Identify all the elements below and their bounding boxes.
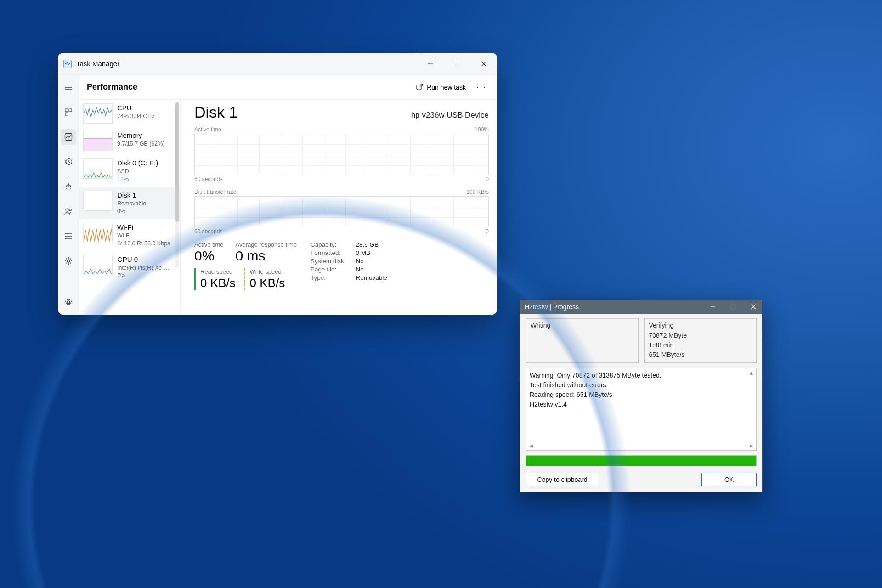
nav-rail xyxy=(58,75,79,315)
detail-pane: Disk 1 hp v236w USB Device Active time10… xyxy=(181,100,497,315)
svg-rect-7 xyxy=(65,109,68,112)
svg-rect-1 xyxy=(455,62,459,66)
scrollbar-thumb[interactable] xyxy=(175,102,179,222)
hamburger-icon[interactable] xyxy=(61,79,76,95)
log-textarea[interactable]: Warning: Only 70872 of 313875 MByte test… xyxy=(526,368,757,451)
list-item-label: CPU xyxy=(117,103,154,113)
writing-panel: Writing xyxy=(526,318,639,363)
more-button[interactable]: ··· xyxy=(473,82,490,92)
svg-point-16 xyxy=(69,209,71,211)
titlebar[interactable]: H2testw | Progress xyxy=(520,300,762,314)
list-item-disk1[interactable]: Disk 1Removable0% xyxy=(79,187,180,219)
progress-fill xyxy=(526,456,756,466)
stats-row: Active time 0% Average response time 0 m… xyxy=(194,241,489,290)
horizontal-scrollbar[interactable]: ◂ ▸ xyxy=(527,442,755,449)
titlebar[interactable]: Task Manager xyxy=(58,53,497,75)
run-task-icon xyxy=(416,84,423,91)
svg-point-15 xyxy=(66,209,68,211)
run-new-task-button[interactable]: Run new task xyxy=(412,82,469,93)
scroll-up-icon[interactable]: ▴ xyxy=(747,369,755,376)
svg-point-21 xyxy=(65,236,66,237)
window-title: Task Manager xyxy=(76,60,119,68)
minimize-button[interactable] xyxy=(417,53,444,75)
nav-app-history[interactable] xyxy=(61,154,76,170)
h2testw-window: H2testw | Progress Writing Verifying 708… xyxy=(520,300,763,492)
list-item-disk0[interactable]: Disk 0 (C: E:)SSD12% xyxy=(79,155,180,187)
thumb-disk1 xyxy=(83,191,113,211)
avg-response-stat: Average response time 0 ms xyxy=(236,241,297,263)
thumb-memory xyxy=(83,131,113,151)
task-manager-window: Task Manager Performance Run ne xyxy=(58,53,497,315)
nav-settings[interactable] xyxy=(61,294,76,310)
read-speed-stat: Read speed 0 KB/s xyxy=(194,268,236,290)
chart-area xyxy=(194,134,489,175)
page-title: Performance xyxy=(87,82,137,92)
list-item-cpu[interactable]: CPU74% 3.34 GHz xyxy=(79,100,180,127)
writing-label: Writing xyxy=(531,322,633,329)
nav-processes[interactable] xyxy=(61,104,76,120)
svg-rect-9 xyxy=(65,113,68,115)
verifying-panel: Verifying 70872 MByte 1:48 min 651 MByte… xyxy=(644,318,757,363)
performance-list[interactable]: CPU74% 3.34 GHz Memory9.7/15.7 GB (62%) … xyxy=(79,100,181,315)
disk-info-table: Capacity:28.9 GB Formatted:0 MB System d… xyxy=(311,241,387,281)
nav-startup[interactable] xyxy=(61,179,76,194)
window-title: H2testw | Progress xyxy=(525,303,579,311)
svg-point-14 xyxy=(70,188,71,189)
svg-rect-29 xyxy=(84,139,113,151)
list-item-memory[interactable]: Memory9.7/15.7 GB (62%) xyxy=(79,127,180,155)
verifying-label: Verifying xyxy=(649,322,752,329)
thumb-cpu xyxy=(83,103,113,124)
nav-performance[interactable] xyxy=(61,129,76,145)
copy-to-clipboard-button[interactable]: Copy to clipboard xyxy=(526,473,599,486)
svg-rect-25 xyxy=(417,85,421,90)
close-button[interactable] xyxy=(470,53,497,75)
svg-point-24 xyxy=(67,301,70,304)
detail-title: Disk 1 xyxy=(194,104,237,120)
toolbar: Performance Run new task ··· xyxy=(79,75,497,100)
svg-point-23 xyxy=(67,260,70,262)
close-button[interactable] xyxy=(749,304,758,310)
maximize-button[interactable] xyxy=(729,304,737,310)
transfer-rate-chart: Disk transfer rate100 KB/s 60 seconds0 xyxy=(194,189,489,235)
app-icon xyxy=(63,60,72,68)
maximize-button[interactable] xyxy=(444,53,470,75)
ok-button[interactable]: OK xyxy=(701,473,757,486)
thumb-wifi xyxy=(83,223,113,243)
device-name: hp v236w USB Device xyxy=(411,111,489,120)
chart-area xyxy=(194,196,489,227)
nav-services[interactable] xyxy=(61,253,76,269)
svg-rect-31 xyxy=(731,305,735,309)
nav-details[interactable] xyxy=(61,228,76,244)
thumb-disk0 xyxy=(83,158,113,179)
list-item-gpu0[interactable]: GPU 0Intel(R) Iris(R) Xe Gra7% xyxy=(79,251,180,283)
thumb-gpu0 xyxy=(83,255,113,275)
active-time-chart: Active time100% 60 seconds0 xyxy=(194,126,489,182)
svg-rect-8 xyxy=(69,109,72,112)
svg-point-20 xyxy=(65,233,66,234)
write-speed-stat: Write speed 0 KB/s xyxy=(244,268,285,290)
list-item-wifi[interactable]: Wi-FiWi-FiS: 16.0 R: 56.0 Kbps xyxy=(79,219,180,251)
svg-point-13 xyxy=(66,188,67,189)
scroll-right-icon[interactable]: ▸ xyxy=(747,442,755,449)
active-time-stat: Active time 0% xyxy=(194,241,224,263)
minimize-button[interactable] xyxy=(709,304,717,310)
scroll-left-icon[interactable]: ◂ xyxy=(527,442,535,449)
run-new-task-label: Run new task xyxy=(427,84,466,91)
svg-point-22 xyxy=(65,238,66,239)
nav-users[interactable] xyxy=(61,204,76,219)
vertical-scrollbar[interactable]: ▴ xyxy=(747,369,755,442)
progress-bar xyxy=(526,455,757,466)
